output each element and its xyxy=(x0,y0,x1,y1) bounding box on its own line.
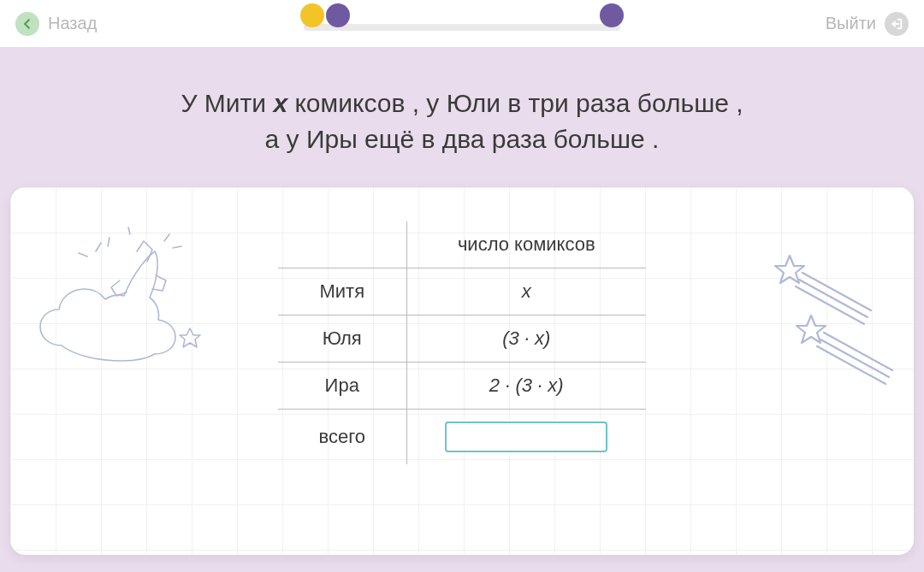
svg-line-7 xyxy=(824,333,892,370)
total-cell xyxy=(406,410,646,465)
prompt-text: У Мити xyxy=(181,89,273,117)
exit-button[interactable]: Выйти xyxy=(826,12,909,36)
svg-marker-1 xyxy=(180,328,200,347)
progress-dot-current xyxy=(326,3,350,27)
svg-marker-6 xyxy=(797,315,826,343)
svg-line-9 xyxy=(817,346,886,384)
rocket-cloud-doodle-icon xyxy=(36,226,207,380)
progress-bar xyxy=(304,12,620,19)
progress-dot-remaining xyxy=(600,3,624,27)
shooting-stars-doodle-icon xyxy=(760,247,905,401)
topbar: Назад Выйти xyxy=(0,0,924,47)
exit-icon xyxy=(885,12,909,36)
total-label: всего xyxy=(278,410,406,465)
prompt-text: а у Иры ещё в два раза больше . xyxy=(265,125,660,153)
progress-track xyxy=(304,24,620,31)
back-button[interactable]: Назад xyxy=(15,12,97,36)
stage: У Мити x комиксов , у Юли в три раза бол… xyxy=(0,47,924,572)
back-label: Назад xyxy=(48,14,97,33)
table-header-empty xyxy=(278,221,406,268)
row-value: 2 · (3 · x) xyxy=(406,363,646,410)
exit-label: Выйти xyxy=(826,14,876,33)
progress-dot-completed xyxy=(300,3,324,27)
table-row: Юля (3 · x) xyxy=(278,315,646,363)
row-label: Юля xyxy=(278,315,406,363)
prompt-variable: x xyxy=(273,89,287,117)
row-label: Митя xyxy=(278,268,406,315)
table-header-value: число комиксов xyxy=(406,221,646,268)
answer-input[interactable] xyxy=(445,422,607,452)
problem-prompt: У Мити x комиксов , у Юли в три раза бол… xyxy=(0,86,924,187)
data-table: число комиксов Митя x Юля (3 · x) Ира 2 … xyxy=(278,221,646,464)
svg-marker-2 xyxy=(775,256,804,283)
row-value: x xyxy=(406,268,646,315)
work-card: число комиксов Митя x Юля (3 · x) Ира 2 … xyxy=(10,187,914,555)
prompt-text: комиксов , у Юли в три раза больше , xyxy=(287,89,743,117)
svg-line-3 xyxy=(803,273,871,310)
svg-line-4 xyxy=(799,280,868,317)
svg-line-8 xyxy=(820,339,889,377)
svg-line-5 xyxy=(796,286,864,324)
chevron-left-icon xyxy=(15,12,39,36)
row-value: (3 · x) xyxy=(406,315,646,363)
table-row: Митя x xyxy=(278,268,646,315)
table-row: Ира 2 · (3 · x) xyxy=(278,363,646,410)
table-row-total: всего xyxy=(278,410,646,465)
row-label: Ира xyxy=(278,363,406,410)
